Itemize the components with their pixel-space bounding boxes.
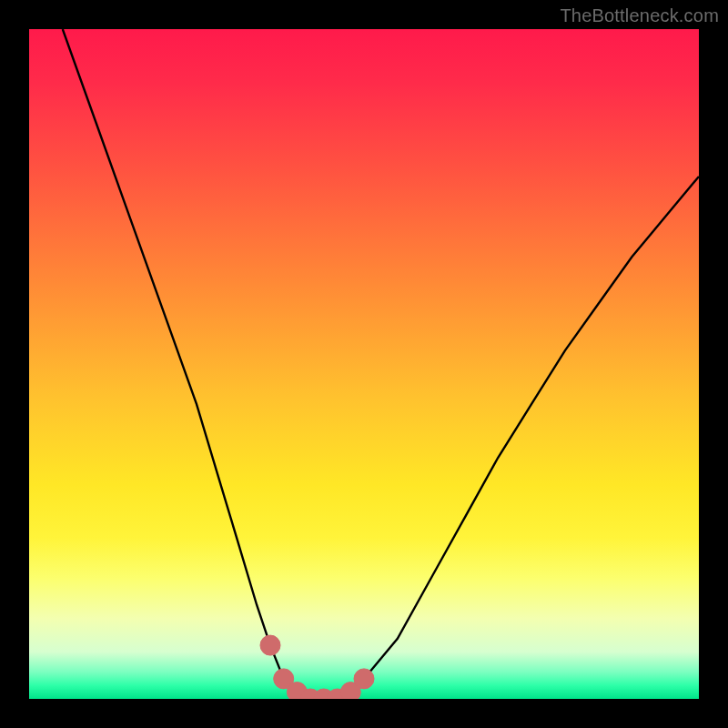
optimal-marker — [260, 635, 280, 655]
optimal-marker — [354, 669, 374, 689]
chart-frame: TheBottleneck.com — [0, 0, 728, 728]
watermark-label: TheBottleneck.com — [560, 5, 719, 26]
optimal-range-markers — [29, 29, 699, 699]
plot-area — [29, 29, 699, 699]
